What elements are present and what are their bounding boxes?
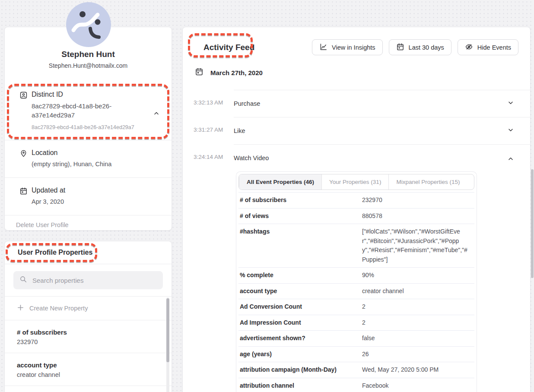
event-name: Purchase: [234, 100, 260, 107]
event-property-name: attribution campaign (Month-Day): [240, 365, 362, 375]
calendar-icon: [396, 43, 404, 52]
event-property-value: creator channel: [362, 287, 471, 296]
chevron-toggle-icon[interactable]: [508, 100, 514, 107]
create-new-property-button[interactable]: Create New Property: [5, 297, 172, 320]
calendar-icon: [195, 67, 203, 78]
event-property-name: #hashtags: [240, 227, 362, 264]
location-section: Location (empty string), Hunan, China: [5, 140, 172, 177]
event-property-value: false: [362, 334, 471, 343]
updated-at-label: Updated at: [32, 187, 65, 194]
event-name: Watch Video: [234, 155, 269, 161]
distinct-id-value: 8ac27829-ebcd-41a8-be26-a37e14ed29a7: [32, 101, 124, 120]
delete-user-profile-link[interactable]: Delete User Profile: [5, 215, 172, 234]
hide-events-button[interactable]: Hide Events: [458, 39, 518, 55]
event-property-row: age (years) 26: [238, 346, 474, 362]
property-value: 232970: [17, 338, 154, 345]
event-properties-tabbar: All Event Properties (46) Your Propertie…: [238, 174, 474, 190]
properties-panel-title: User Profile Properties: [18, 249, 92, 256]
updated-at-section: Updated at Apr 3, 2020: [5, 178, 172, 215]
mixpanel-user-profile-page: Stephen Hunt Stephen.Hunt@hotmailx.com D…: [0, 0, 534, 392]
event-properties-panel: All Event Properties (46) Your Propertie…: [236, 171, 477, 392]
event-property-row: attribution channel Facebook: [238, 378, 474, 392]
event-property-name: attribution channel: [240, 381, 362, 391]
event-property-row: % complete 90%: [238, 267, 474, 283]
event-property-value: 26: [362, 350, 471, 359]
properties-list: Create New Property # of subscribers 232…: [5, 297, 172, 386]
view-in-insights-button[interactable]: View in Insights: [312, 39, 382, 55]
event-property-row: advertisement shown? false: [238, 330, 474, 346]
event-property-value: Wed, May 27, 2020 5:00 PM: [362, 365, 471, 375]
date-range-button[interactable]: Last 30 days: [389, 39, 451, 55]
event-time: 3:31:27 AM: [194, 126, 223, 133]
date-header: March 27th, 2020: [210, 69, 263, 76]
distinct-id-label: Distinct ID: [32, 91, 134, 98]
profile-card: Stephen Hunt Stephen.Hunt@hotmailx.com D…: [4, 27, 172, 231]
user-name: Stephen Hunt: [5, 50, 172, 59]
event-property-value: 880578: [362, 212, 471, 221]
event-property-name: advertisement shown?: [240, 334, 362, 343]
event-property-value: 2: [362, 318, 471, 328]
event-time: 3:24:14 AM: [194, 154, 223, 160]
event-property-row: account type creator channel: [238, 283, 474, 299]
plus-icon: [17, 304, 24, 313]
property-name: # of subscribers: [17, 329, 154, 336]
event-properties-tab[interactable]: Your Properties (31): [321, 174, 388, 190]
page-scrollbar-thumb[interactable]: [531, 169, 534, 278]
calendar-icon: [19, 187, 28, 206]
event-property-name: Ad Conversion Count: [240, 302, 362, 312]
event-property-value: Facebook: [362, 381, 471, 391]
location-value: (empty string), Hunan, China: [32, 160, 111, 169]
location-pin-icon: [19, 149, 28, 169]
user-profile-properties-card: User Profile Properties: [4, 241, 172, 392]
updated-at-value: Apr 3, 2020: [32, 197, 65, 206]
id-badge-icon: [19, 91, 28, 130]
event-property-name: account type: [240, 287, 362, 296]
property-name: account type: [17, 361, 154, 369]
location-label: Location: [32, 149, 111, 157]
create-new-property-label: Create New Property: [29, 305, 88, 312]
event-properties-tab[interactable]: All Event Properties (46): [239, 174, 321, 190]
event-time: 3:32:13 AM: [194, 99, 223, 106]
insights-chart-icon: [319, 43, 327, 52]
event-row[interactable]: 3:31:27 AM Like: [183, 117, 530, 144]
event-property-row: #hashtags ["#lolCats","#Wilson","#WorstG…: [238, 224, 474, 267]
event-property-value: ["#lolCats","#Wilson","#WorstGiftEver","…: [362, 227, 471, 264]
property-value: creator channel: [17, 371, 154, 378]
chevron-up-icon[interactable]: [153, 111, 159, 118]
event-property-name: # of views: [240, 212, 362, 221]
event-property-name: age (years): [240, 350, 362, 359]
event-property-name: # of subscribers: [240, 196, 362, 205]
event-property-row: Ad Conversion Count 2: [238, 299, 474, 315]
eye-off-icon: [465, 43, 473, 52]
search-properties-input[interactable]: [32, 277, 157, 284]
event-properties-tab[interactable]: Mixpanel Properties (15): [388, 174, 467, 190]
hide-events-label: Hide Events: [477, 44, 511, 51]
search-icon: [19, 275, 27, 285]
event-row[interactable]: 3:24:14 AM Watch Video: [183, 144, 530, 171]
distinct-id-value-small: 8ac27829-ebcd-41a8-be26-a37e14ed29a7: [32, 124, 134, 130]
event-properties-table: # of subscribers 232970 # of views 88057…: [238, 192, 474, 392]
chevron-toggle-icon[interactable]: [508, 154, 514, 162]
activity-feed-card: Activity Feed View in Insights: [182, 27, 531, 392]
user-email: Stephen.Hunt@hotmailx.com: [5, 62, 172, 69]
property-list-item[interactable]: account type creator channel: [5, 353, 172, 386]
event-property-row: # of views 880578: [238, 208, 474, 224]
event-property-name: % complete: [240, 271, 362, 280]
event-property-row: attribution campaign (Month-Day) Wed, Ma…: [238, 362, 474, 378]
event-property-value: 232970: [362, 196, 471, 205]
event-row[interactable]: 3:32:13 AM Purchase: [183, 90, 530, 117]
event-property-value: 2: [362, 302, 471, 312]
event-property-row: # of subscribers 232970: [238, 192, 474, 208]
view-in-insights-label: View in Insights: [332, 44, 375, 51]
chevron-toggle-icon[interactable]: [508, 127, 514, 135]
list-scrollbar-thumb[interactable]: [166, 298, 169, 362]
event-property-value: 90%: [362, 271, 471, 280]
event-name: Like: [234, 127, 245, 134]
distinct-id-section: Distinct ID 8ac27829-ebcd-41a8-be26-a37e…: [5, 79, 172, 140]
date-range-label: Last 30 days: [409, 44, 444, 51]
search-properties-box[interactable]: [13, 271, 163, 289]
avatar: [66, 2, 111, 47]
event-property-row: Ad Impression Count 2: [238, 315, 474, 331]
property-list-item[interactable]: # of subscribers 232970: [5, 320, 172, 353]
activity-feed-title: Activity Feed: [203, 43, 254, 52]
